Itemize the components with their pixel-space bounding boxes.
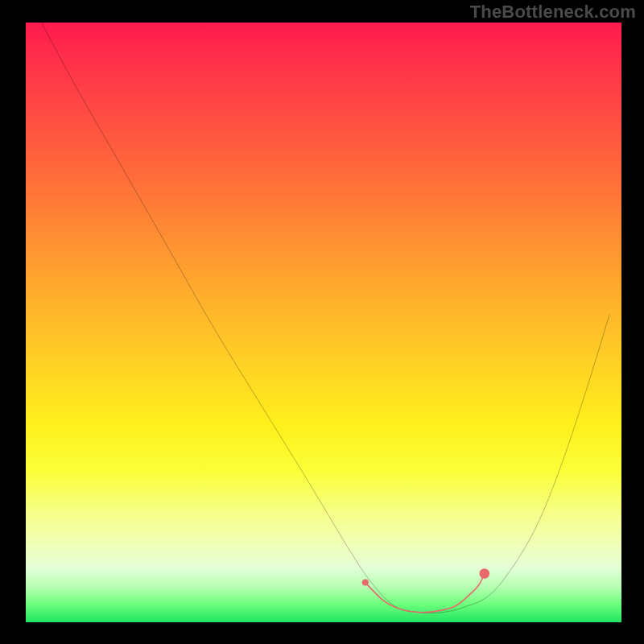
- watermark-text: TheBottleneck.com: [470, 2, 636, 23]
- plot-area: [26, 23, 621, 622]
- highlight-segment: [365, 574, 485, 613]
- highlight-dot-end: [480, 568, 490, 579]
- curve-layer: [26, 23, 621, 618]
- highlight-dot-start: [362, 580, 369, 586]
- bottleneck-curve: [26, 23, 609, 613]
- chart-frame: TheBottleneck.com: [0, 0, 644, 644]
